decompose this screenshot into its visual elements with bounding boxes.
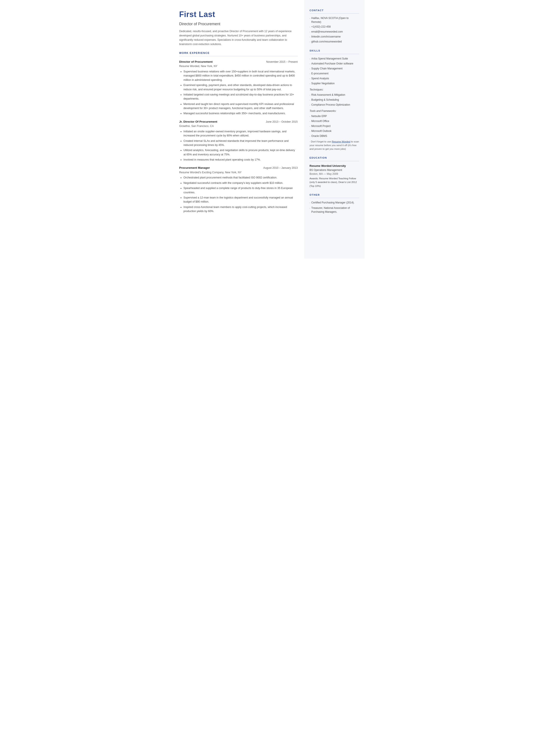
list-item: Spearheaded and supplied a complete rang… (183, 186, 298, 195)
edu-degree: BS Operations Management (310, 168, 359, 172)
technique-item: · Risk Assessment & Mitigation (310, 93, 359, 97)
list-item: Managed successful business relationship… (183, 111, 298, 116)
contact-linkedin: · linkedin.com/in/username (310, 35, 359, 39)
skill-item: · Supplier Negotiation (310, 81, 359, 86)
bullet-icon: · (310, 67, 310, 71)
job-1: Director of Procurement November 2015 – … (179, 60, 298, 116)
list-item: Supervised a 12-man team in the logistic… (183, 196, 298, 204)
bullet-icon: · (310, 72, 310, 76)
summary-text: Dedicated, results-focused, and proactiv… (179, 29, 298, 46)
skill-item: · Supply Chain Management (310, 67, 359, 71)
other-item-1: · Certified Purchasing Manager (2014). (310, 201, 359, 205)
job-3-title: Procurement Manager (179, 166, 210, 170)
skills-heading: SKILLS (310, 49, 359, 54)
contact-phone: · +1(432)-222-458 (310, 25, 359, 29)
tool-item: · Netsuite ERP (310, 114, 359, 118)
job-2-dates: June 2013 – October 2015 (266, 120, 297, 124)
list-item: Orchestrated plant procurement methods t… (183, 176, 298, 180)
job-1-company: Resume Worded, New York, NY (179, 64, 298, 68)
contact-email: · email@resumeworded.com (310, 30, 359, 34)
skills-section: SKILLS · Ariba Spend Management Suite · … (310, 49, 359, 151)
contact-heading: CONTACT (310, 9, 359, 14)
edu-meta: Boston, MA — May 2009 (310, 172, 359, 176)
list-item: Supervised business relations with over … (183, 70, 298, 82)
bullet-icon: · (310, 129, 310, 133)
bullet-icon: · (310, 30, 310, 34)
bullet-icon: · (310, 206, 310, 210)
skill-item: · Ariba Spend Management Suite (310, 57, 359, 61)
bullet-icon: · (310, 40, 310, 44)
bullet-icon: · (310, 201, 310, 205)
list-item: Initiated targeted cost-saving meetings … (183, 93, 298, 101)
education-heading: EDUCATION (310, 156, 359, 161)
job-1-dates: November 2015 – Present (266, 60, 298, 64)
job-1-title: Director of Procurement (179, 60, 213, 64)
bullet-icon: · (310, 16, 310, 20)
resume-worded-note: · Don't forget to use Resume Worded to s… (310, 140, 359, 151)
job-2-company: Growthsi, San Francisco, CA (179, 124, 298, 128)
bullet-icon: · (310, 98, 310, 102)
list-item: Negotiated successful contracts with the… (183, 181, 298, 185)
bullet-icon: · (310, 119, 310, 123)
job-3: Procurement Manager August 2010 – Januar… (179, 166, 298, 213)
resume-worded-link[interactable]: Resume Worded (332, 140, 350, 143)
other-section: OTHER · Certified Purchasing Manager (20… (310, 193, 359, 214)
job-3-company: Resume Worded's Exciting Company, New Yo… (179, 170, 298, 175)
tool-item: · Microsoft Project (310, 124, 359, 128)
list-item: Examined spending, payment plans, and ot… (183, 83, 298, 92)
full-name: First Last (179, 9, 298, 20)
list-item: Involved in measures that reduced plant … (183, 158, 298, 162)
job-3-dates: August 2010 – January 2013 (263, 166, 298, 170)
tools-subheading: Tools and Frameworks: (310, 109, 359, 113)
work-experience-heading: WORK EXPERIENCE (179, 51, 298, 56)
job-2-title: Jr. Director Of Procurement (179, 120, 217, 124)
bullet-icon: · (310, 82, 310, 86)
job-2-bullets: Initiated an onsite supplier-owned inven… (179, 129, 298, 162)
bullet-icon: · (310, 124, 310, 128)
list-item: Initiated an onsite supplier-owned inven… (183, 129, 298, 138)
job-2: Jr. Director Of Procurement June 2013 – … (179, 120, 298, 162)
edu-school: Resume Worded University (310, 164, 359, 168)
tool-item: · Microsoft Office (310, 119, 359, 123)
tool-item: · Oracle DBMS (310, 134, 359, 138)
job-1-bullets: Supervised business relations with over … (179, 70, 298, 116)
bullet-icon: · (310, 93, 310, 97)
list-item: Mentored and taught ten direct reports a… (183, 102, 298, 111)
job-title: Director of Procurement (179, 21, 298, 27)
education-section: EDUCATION Resume Worded University BS Op… (310, 156, 359, 188)
tool-item: · Microsoft Outlook (310, 129, 359, 133)
bullet-icon: · (310, 62, 310, 66)
contact-github: · github.com/resumeworded (310, 40, 359, 44)
technique-item: · Compliance Process Optimization (310, 103, 359, 107)
bullet-icon: · (310, 114, 310, 118)
bullet-icon: · (310, 77, 310, 81)
list-item: Utilized analytics, forecasting, and neg… (183, 148, 298, 157)
bullet-icon: · (310, 134, 310, 138)
technique-item: · Budgeting & Scheduling (310, 98, 359, 102)
bullet-icon: · (310, 35, 310, 39)
skill-item: · Automated Purchase Order software (310, 62, 359, 66)
bullet-icon: · (310, 57, 310, 61)
contact-section: CONTACT · Halifax, NOVA SCOTIA (Open to … (310, 9, 359, 44)
skill-item: · Spend Analysis (310, 76, 359, 81)
skill-item: · E-procurement (310, 71, 359, 76)
list-item: Inspired cross-functional team members t… (183, 205, 298, 213)
other-item-2: · Treasurer, National Association of Pur… (310, 206, 359, 214)
techniques-subheading: Techniques: (310, 88, 359, 92)
list-item: Created internal SLAs and achieved stand… (183, 139, 298, 147)
contact-address: · Halifax, NOVA SCOTIA (Open to Remote) (310, 16, 359, 24)
job-3-bullets: Orchestrated plant procurement methods t… (179, 176, 298, 213)
bullet-icon: · (310, 103, 310, 107)
bullet-icon: · (310, 25, 310, 29)
other-heading: OTHER (310, 193, 359, 198)
edu-awards: Awards: Resume Worded Teaching Fellow (o… (310, 177, 359, 188)
